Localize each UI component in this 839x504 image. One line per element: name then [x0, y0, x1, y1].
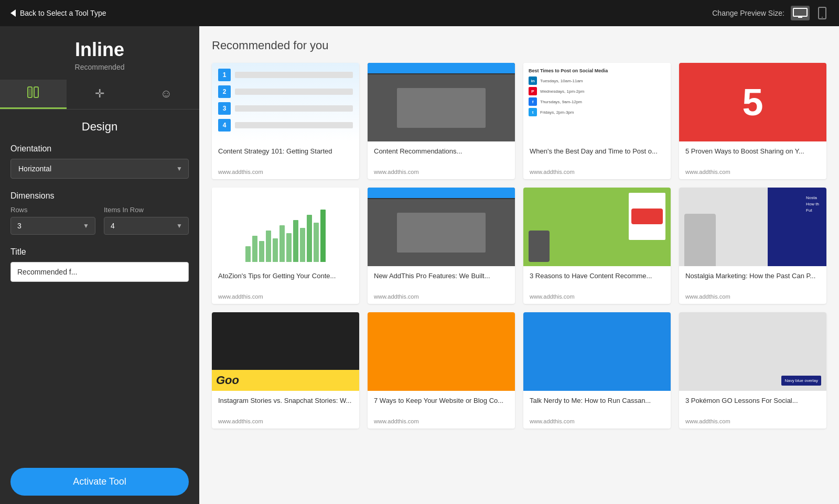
mobile-preview-icon[interactable] [816, 5, 829, 21]
card-3: Best Times to Post on Social Media inTue… [523, 63, 671, 179]
card-4-url: www.addthis.com [685, 169, 820, 175]
card-7-image [523, 188, 671, 266]
tab-position[interactable]: ✛ [67, 80, 133, 109]
svg-point-4 [822, 17, 823, 18]
cards-grid: 1 2 3 4 Content Strategy 101: Getting St… [212, 63, 826, 429]
card-5-url: www.addthis.com [218, 293, 353, 300]
tool-subtitle: Recommended [10, 63, 189, 71]
card-4: 5 5 Proven Ways to Boost Sharing on Y...… [679, 63, 826, 179]
card-9: Goo Instagram Stories vs. Snapchat Stori… [212, 312, 359, 429]
svg-rect-1 [798, 17, 802, 18]
title-label: Title [10, 247, 189, 257]
items-label: Items In Row [104, 206, 189, 214]
card-12-image: Navy blue overlay [679, 312, 826, 391]
dimensions-row: Rows 1 2 3 4 5 ▼ [10, 206, 189, 235]
card-10-url: www.addthis.com [374, 418, 509, 424]
card-5-title: AtoZion's Tips for Getting Your Conte... [218, 271, 353, 290]
card-7: 3 Reasons to Have Content Recomme... www… [523, 188, 671, 304]
card-2-url: www.addthis.com [374, 169, 509, 175]
preview-label: Change Preview Size: [712, 9, 784, 17]
card-6-title: New AddThis Pro Features: We Built... [374, 271, 509, 290]
card-11-url: www.addthis.com [530, 418, 664, 424]
orientation-select-wrapper: Horizontal Vertical ▼ [10, 159, 189, 179]
card-8-image: NostaHow thFut [679, 188, 826, 266]
card-6: New AddThis Pro Features: We Built... ww… [368, 188, 515, 304]
activate-tool-button[interactable]: Activate Tool [10, 468, 189, 496]
svg-rect-2 [797, 16, 804, 17]
sidebar-tabs: ✛ ☺ [0, 80, 199, 109]
desktop-preview-icon[interactable] [791, 6, 810, 20]
card-10-title: 7 Ways to Keep Your Website or Blog Co..… [374, 396, 509, 415]
title-input[interactable] [10, 262, 189, 282]
orientation-label: Orientation [10, 144, 189, 154]
activate-btn-wrap: Activate Tool [0, 459, 199, 504]
card-9-url: www.addthis.com [218, 418, 353, 424]
card-11-image [523, 312, 671, 391]
back-arrow-icon [10, 9, 16, 17]
dimensions-section: Dimensions Rows 1 2 3 4 5 ▼ [10, 191, 189, 235]
dimensions-label: Dimensions [10, 191, 189, 201]
back-label: Back to Select a Tool Type [20, 9, 106, 17]
card-9-text: Goo [216, 374, 239, 387]
content-area: Recommended for you 1 2 3 4 Content Stra… [199, 26, 839, 504]
card-5: AtoZion's Tips for Getting Your Conte...… [212, 188, 359, 304]
orientation-field: Orientation Horizontal Vertical ▼ [10, 144, 189, 179]
tab-persona[interactable]: ☺ [133, 80, 199, 109]
position-tab-icon: ✛ [95, 87, 104, 101]
tab-design[interactable] [0, 80, 67, 109]
card-8-url: www.addthis.com [685, 293, 820, 300]
tool-name: Inline [10, 39, 189, 61]
card-4-number: 5 [742, 83, 763, 121]
card-12: Navy blue overlay 3 Pokémon GO Lessons F… [679, 312, 826, 429]
card-9-title: Instagram Stories vs. Snapchat Stories: … [218, 396, 353, 415]
svg-rect-0 [793, 8, 807, 16]
rows-select-wrapper: 1 2 3 4 5 ▼ [10, 217, 95, 235]
card-5-image [212, 188, 359, 266]
card-12-url: www.addthis.com [685, 418, 820, 424]
sidebar: Inline Recommended ✛ ☺ Design [0, 26, 199, 504]
items-select-wrapper: 1 2 3 4 5 6 ▼ [104, 217, 189, 235]
card-4-image: 5 [679, 63, 826, 141]
sidebar-content: Design Orientation Horizontal Vertical ▼… [0, 109, 199, 459]
card-11: Talk Nerdy to Me: How to Run Cassan... w… [523, 312, 671, 429]
orientation-select[interactable]: Horizontal Vertical [10, 159, 189, 179]
card-4-title: 5 Proven Ways to Boost Sharing on Y... [685, 147, 820, 166]
card-6-url: www.addthis.com [374, 293, 509, 300]
card-11-title: Talk Nerdy to Me: How to Run Cassan... [530, 396, 664, 415]
card-1-image: 1 2 3 4 [212, 63, 359, 141]
main-layout: Inline Recommended ✛ ☺ Design [0, 26, 839, 504]
card-2-image [368, 63, 515, 141]
card-1-url: www.addthis.com [218, 169, 353, 175]
card-9-image: Goo [212, 312, 359, 391]
card-3-title: When's the Best Day and Time to Post o..… [530, 147, 664, 166]
card-12-title: 3 Pokémon GO Lessons For Social... [685, 396, 820, 415]
section-title: Design [10, 120, 189, 134]
persona-tab-icon: ☺ [160, 87, 171, 101]
items-field: Items In Row 1 2 3 4 5 6 ▼ [104, 206, 189, 235]
items-select[interactable]: 1 2 3 4 5 6 [104, 217, 189, 235]
card-3-image: Best Times to Post on Social Media inTue… [523, 63, 671, 141]
svg-rect-6 [29, 89, 31, 96]
card-2-title: Content Recommendations... [374, 147, 509, 166]
card-3-url: www.addthis.com [530, 169, 664, 175]
title-field: Title [10, 247, 189, 282]
svg-rect-7 [34, 87, 38, 97]
design-tab-icon [26, 85, 40, 103]
card-7-title: 3 Reasons to Have Content Recomme... [530, 271, 664, 290]
card-8: NostaHow thFut Nostalgia Marketing: How … [679, 188, 826, 304]
card-8-title: Nostalgia Marketing: How the Past Can P.… [685, 271, 820, 290]
card-10-image [368, 312, 515, 391]
rows-select[interactable]: 1 2 3 4 5 [10, 217, 95, 235]
content-heading: Recommended for you [212, 39, 826, 52]
rows-label: Rows [10, 206, 95, 214]
card-7-url: www.addthis.com [530, 293, 664, 300]
card-12-overlay-text: Navy blue overlay [781, 376, 821, 386]
card-6-image [368, 188, 515, 266]
preview-controls: Change Preview Size: [712, 5, 829, 21]
card-2: Content Recommendations... www.addthis.c… [368, 63, 515, 179]
rows-field: Rows 1 2 3 4 5 ▼ [10, 206, 95, 235]
card-10: 7 Ways to Keep Your Website or Blog Co..… [368, 312, 515, 429]
card-1: 1 2 3 4 Content Strategy 101: Getting St… [212, 63, 359, 179]
back-link[interactable]: Back to Select a Tool Type [10, 9, 106, 17]
top-bar: Back to Select a Tool Type Change Previe… [0, 0, 839, 26]
